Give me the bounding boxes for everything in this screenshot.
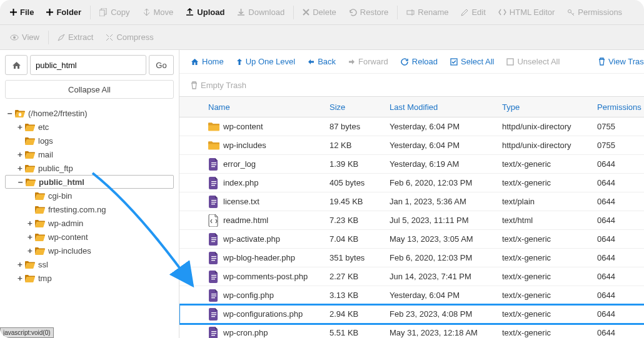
svg-point-3 [568,9,571,12]
tree-node[interactable]: +tmp [5,271,174,285]
toggle-icon[interactable]: + [16,274,24,283]
tree-label: tmp [38,274,52,283]
table-row[interactable]: wp-activate.php7.04 KBMay 13, 2023, 3:05… [179,230,644,249]
toggle-icon[interactable]: − [17,177,24,187]
html-editor-button[interactable]: HTML Editor [492,4,561,21]
file-type: text/x-generic [502,309,597,319]
toggle-icon[interactable]: − [6,109,14,118]
toggle-icon[interactable]: + [16,122,24,132]
permissions-label: Permissions [578,7,622,17]
back-button[interactable]: Back [303,54,341,69]
tree-label: cgi-bin [48,191,72,201]
file-table: wp-content87 bytesYesterday, 6:04 PMhttp… [179,117,644,338]
toggle-icon[interactable]: + [26,232,34,242]
file-modified: May 31, 2023, 12:18 AM [390,328,502,337]
file-type: text/x-generic [502,291,597,300]
collapse-all-button[interactable]: Collapse All [5,80,174,99]
file-size: 2.94 KB [330,309,390,319]
content-pane: Home Up One Level Back Forward Reload Se… [179,50,644,338]
home-icon-button[interactable] [5,55,28,75]
svg-rect-12 [211,183,216,184]
file-modified: Yesterday, 6:04 PM [390,141,502,150]
tree-node[interactable]: +ssl [5,257,174,271]
svg-rect-30 [211,314,216,315]
toggle-icon[interactable]: + [16,150,24,159]
tree-node[interactable]: −public_html [5,175,174,189]
tree-node[interactable]: cgi-bin [5,189,174,202]
home-button[interactable]: Home [186,54,229,69]
col-size-header[interactable]: Size [330,102,390,112]
path-input[interactable] [30,55,146,75]
table-row[interactable]: wp-configurations.php2.94 KBFeb 23, 2023… [179,305,644,324]
table-row[interactable]: readme.html7.23 KBJul 5, 2023, 11:11 PMt… [179,211,644,230]
go-button[interactable]: Go [149,55,174,75]
file-size: 405 bytes [330,178,390,187]
table-row[interactable]: wp-config.php3.13 KBYesterday, 6:04 PMte… [179,286,644,305]
table-row[interactable]: index.php405 bytesFeb 6, 2020, 12:03 PMt… [179,174,644,192]
svg-rect-25 [211,279,215,279]
table-row[interactable]: error_log1.39 KBYesterday, 6:19 AMtext/x… [179,155,644,174]
view-button[interactable]: View [4,29,46,46]
extract-button[interactable]: Extract [51,29,99,46]
toggle-icon[interactable]: + [16,164,24,173]
edit-button[interactable]: Edit [455,4,491,21]
svg-rect-14 [211,200,216,201]
up-one-level-button[interactable]: Up One Level [231,54,301,69]
file-modified: Jan 1, 2023, 5:36 AM [390,197,502,206]
col-name-header[interactable]: Name [204,102,330,112]
table-row[interactable]: wp-blog-header.php351 bytesFeb 6, 2020, … [179,249,644,267]
toggle-icon[interactable]: + [26,246,34,256]
file-label: File [20,7,34,17]
folder-button[interactable]: Folder [40,4,88,21]
tree-node[interactable]: +public_ftp [5,161,174,175]
tree-node[interactable]: +wp-admin [5,216,174,230]
empty-trash-button[interactable]: Empty Trash [186,78,251,92]
table-row[interactable]: license.txt19.45 KBJan 1, 2023, 5:36 AMt… [179,192,644,211]
table-row[interactable]: wp-includes12 KBYesterday, 6:04 PMhttpd/… [179,136,644,155]
delete-label: Delete [313,7,336,17]
view-trash-button[interactable]: View Trash [593,54,644,69]
tree-label: mail [38,150,53,159]
compress-button[interactable]: Compress [99,29,159,46]
svg-rect-22 [211,260,215,261]
file-button[interactable]: File [4,4,40,21]
tree-node[interactable]: logs [5,134,174,147]
download-button[interactable]: Download [231,4,291,21]
tree-node[interactable]: +wp-content [5,230,174,244]
rename-button[interactable]: Rename [400,4,455,21]
tree-node[interactable]: frtesting.com.ng [5,202,174,216]
unselect-all-button[interactable]: Unselect All [501,54,565,69]
file-type: text/x-generic [502,328,597,337]
file-name: wp-cron.php [223,328,268,337]
move-button[interactable]: Move [136,4,180,21]
table-row[interactable]: wp-comments-post.php2.27 KBJun 14, 2023,… [179,267,644,286]
file-size: 7.04 KB [330,234,390,244]
select-all-button[interactable]: Select All [445,54,499,69]
col-type-header[interactable]: Type [502,102,597,112]
file-permissions: 0644 [597,159,644,169]
tree-node[interactable]: +mail [5,147,174,161]
reload-button[interactable]: Reload [396,54,443,69]
tree-node[interactable]: −(/home2/frtestin) [5,106,174,120]
tree-node[interactable]: +wp-includes [5,244,174,257]
selectall-label: Select All [461,57,494,66]
forward-button[interactable]: Forward [343,54,393,69]
toggle-icon[interactable]: + [16,260,24,269]
table-row[interactable]: wp-cron.php5.51 KBMay 31, 2023, 12:18 AM… [179,324,644,338]
permissions-button[interactable]: Permissions [561,4,628,21]
delete-button[interactable]: Delete [296,4,343,21]
separator [90,6,91,19]
file-type: text/x-generic [502,253,597,262]
upload-button[interactable]: Upload [179,4,231,21]
tree-node[interactable]: +etc [5,120,174,134]
file-modified: Jul 5, 2023, 11:11 PM [390,216,502,225]
table-header: Name Size Last Modified Type Permissions [179,96,644,117]
col-perm-header[interactable]: Permissions [597,102,644,112]
file-type: httpd/unix-directory [502,122,597,131]
toggle-icon[interactable]: + [26,219,34,228]
col-mod-header[interactable]: Last Modified [390,102,502,112]
file-name: wp-includes [223,141,266,150]
copy-button[interactable]: Copy [93,4,136,21]
restore-button[interactable]: Restore [343,4,395,21]
table-row[interactable]: wp-content87 bytesYesterday, 6:04 PMhttp… [179,117,644,136]
